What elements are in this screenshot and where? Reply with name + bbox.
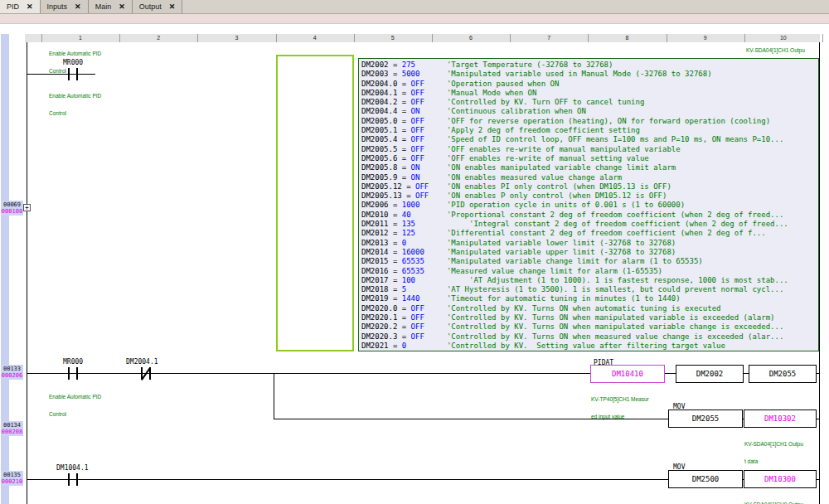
script-line: DM2020.2 = OFF'Controlled by KV. Turns O… (361, 322, 816, 332)
contact-no[interactable] (66, 473, 80, 486)
operand-box[interactable]: DM2055 (749, 365, 817, 383)
close-icon[interactable]: ✕ (119, 2, 125, 11)
grid-column-number: 2 (150, 35, 167, 41)
rung-line-number: 00133 (1, 366, 23, 372)
script-line: DM2005.9 = ON'ON enables measured value … (361, 173, 816, 182)
close-icon[interactable]: ✕ (75, 2, 81, 11)
script-line: DM2018 = 5'AT Hysteresis (1 to 3500). 1 … (361, 285, 816, 294)
contact-label: DM2004.1 (126, 358, 158, 366)
script-line: DM2004.0 = OFF'Operation paused when ON (361, 80, 816, 89)
grid-column-number: 5 (385, 35, 401, 41)
selection-cursor[interactable] (276, 55, 354, 351)
expand-icon[interactable]: + (23, 204, 31, 211)
script-line: DM2005.0 = OFF'OFF for reverse operation… (361, 117, 816, 126)
script-line: DM2005.1 = OFF'Apply 2 deg of freedom co… (361, 126, 816, 135)
close-icon[interactable]: ✕ (27, 2, 33, 11)
script-line: DM2005.13 = OFF'ON enables P only contro… (361, 191, 816, 201)
script-line: DM2005.12 = OFF'ON enables PI only contr… (361, 182, 816, 191)
grid-column-number: 7 (541, 35, 557, 41)
grid-tick (119, 34, 120, 42)
script-line: DM2006 = 1000'PID operation cycle in uni… (361, 201, 816, 210)
rung-step-number: 000210 (1, 478, 23, 485)
script-line: DM2010 = 40'Proportional constant 2 deg … (361, 211, 816, 220)
script-line: DM2014 = 16000'Manipulated variable uppe… (361, 248, 816, 257)
script-line: DM2020.0 = OFF'Controlled by KV. Turns O… (361, 304, 816, 313)
script-line: DM2013 = 0'Manipulated variable lower li… (361, 239, 816, 248)
contact-no[interactable] (66, 68, 80, 80)
grid-tick (588, 34, 589, 42)
operand-box[interactable]: DM2002 (676, 365, 744, 383)
contact-nc[interactable] (139, 367, 153, 380)
script-line: DM2016 = 65535'Measured value change lim… (361, 267, 816, 276)
script-line: DM2015 = 65535'Manipulated variable chan… (361, 257, 816, 266)
branch-wire (274, 373, 274, 419)
device-comment: KV-SDA04[1]CH1 Outpu t data (744, 429, 803, 476)
device-comment-line: Control (49, 411, 101, 417)
contact-label: MR000 (63, 59, 83, 66)
rung-number[interactable]: 00135 000210 (1, 471, 23, 486)
grid-tick (276, 34, 277, 42)
operand-box[interactable]: DM10410 (590, 365, 665, 383)
rung-line-number: 00134 (1, 422, 23, 429)
device-comment-line: KV-SDA04[1]CH1 Outpu (744, 441, 803, 447)
device-comment-line: KV-SDA04[1]CH1 Outpu (746, 47, 805, 53)
contact-label: DM1004.1 (56, 464, 89, 472)
grid-header: 12345678910 (25, 34, 820, 42)
script-line: DM2005.4 = OFF'Speed of ID control loop,… (361, 135, 816, 144)
rung-step-number: 000206 (1, 372, 23, 379)
operand-box[interactable]: DM10300 (744, 470, 817, 488)
script-block[interactable]: DM2002 = 275'Target Temperature (-32768 … (358, 58, 819, 351)
contact-no[interactable] (66, 367, 80, 380)
tab-output[interactable]: Output ✕ (133, 0, 183, 13)
tab-pid[interactable]: PID ✕ (0, 0, 41, 13)
rung-number[interactable]: 00069 000108 (1, 201, 23, 216)
device-comment-line: t data (744, 458, 803, 464)
nc-slash (141, 367, 151, 380)
tab-main[interactable]: Main ✕ (89, 0, 133, 13)
close-icon[interactable]: ✕ (169, 2, 176, 11)
rung-number[interactable]: 00134 000208 (1, 421, 23, 436)
grid-tick (197, 34, 198, 42)
contact-label: MR000 (63, 358, 83, 366)
rung-comment-line: Enable Automatic PID (49, 51, 101, 56)
device-comment-line: Enable Automatic PID (49, 394, 101, 400)
grid-tick (744, 34, 745, 42)
grid-tick (822, 34, 823, 42)
script-line: DM2021 = 0'Controlled by KV. Setting val… (361, 342, 816, 351)
operand-box[interactable]: DM10302 (744, 410, 817, 428)
operand-box[interactable]: DM2500 (668, 470, 743, 488)
rung-step-number: 000208 (1, 429, 23, 435)
device-comment: Enable Automatic PID Control (49, 382, 101, 429)
rung-step-number: 000108 (1, 208, 23, 215)
rung-line-number: 00135 (1, 472, 23, 478)
tab-bar: PID ✕ Inputs ✕ Main ✕ Output ✕ (0, 0, 829, 14)
grid-tick (432, 34, 433, 42)
script-line: DM2011 = 135'Integral constant 2 deg of … (361, 220, 816, 229)
script-line: DM2020.1 = OFF'Controlled by KV. Turns O… (361, 313, 816, 322)
tab-label: Main (95, 2, 112, 11)
script-line: DM2004.1 = OFF'Manual Mode when ON (361, 89, 816, 98)
device-comment: Enable Automatic PID Control (49, 81, 101, 128)
grid-tick (510, 34, 511, 42)
grid-tick (354, 34, 355, 42)
script-line: DM2004.4 = ON'Continuous calibration whe… (361, 107, 816, 116)
device-comment-line: Control (49, 110, 101, 116)
rung-line-number: 00069 (1, 201, 23, 208)
rung-number[interactable]: 00133 000206 (1, 365, 23, 380)
grid-column-number: 3 (228, 35, 245, 41)
script-line: DM2005.8 = ON'ON enables manipulated var… (361, 163, 816, 172)
operand-box[interactable]: DM2055 (668, 410, 743, 428)
device-comment-line: KV-TP40[5]CH1 Measur (591, 396, 649, 402)
grid-column-number: 6 (463, 35, 479, 41)
tab-inputs[interactable]: Inputs ✕ (41, 0, 89, 13)
script-line: DM2003 = 5000'Manipulated variable used … (361, 70, 816, 79)
grid-column-number: 4 (307, 35, 323, 41)
grid-column-number: 8 (618, 35, 635, 41)
script-line: DM2005.5 = OFF'OFF enables re-write of m… (361, 145, 816, 154)
script-line: DM2020.3 = OFF'Controlled by KV. Turns O… (361, 332, 816, 342)
grid-tick (667, 34, 667, 42)
wire (27, 74, 95, 75)
power-rail-right (819, 42, 820, 504)
grid-column-number: 9 (697, 35, 714, 41)
script-line: DM2012 = 125'Differential constant 2 deg… (361, 229, 816, 238)
